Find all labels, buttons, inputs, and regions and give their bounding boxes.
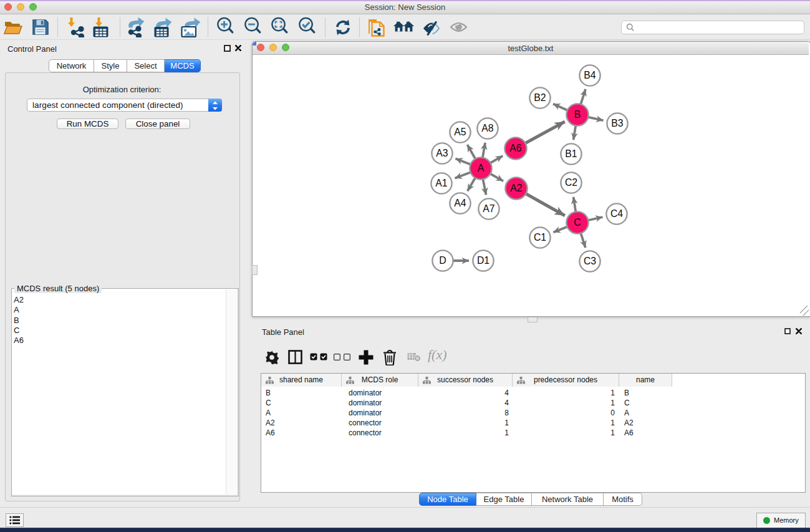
svg-text:B1: B1 [565, 148, 577, 159]
svg-text:C2: C2 [565, 177, 577, 188]
svg-text:A3: A3 [436, 148, 448, 158]
svg-text:A6: A6 [509, 143, 522, 153]
svg-text:B3: B3 [611, 118, 624, 128]
svg-text:D: D [439, 255, 446, 266]
svg-text:C1: C1 [534, 232, 546, 243]
svg-text:B: B [574, 109, 581, 120]
svg-text:A1: A1 [435, 178, 448, 188]
svg-text:C: C [574, 217, 581, 228]
svg-text:A2: A2 [510, 183, 522, 193]
svg-text:C4: C4 [610, 208, 623, 219]
svg-text:C3: C3 [584, 256, 596, 266]
svg-text:A8: A8 [481, 123, 494, 133]
svg-text:D1: D1 [477, 255, 489, 266]
svg-text:B2: B2 [534, 92, 546, 103]
svg-text:A7: A7 [483, 203, 494, 214]
svg-text:B4: B4 [584, 70, 596, 80]
svg-text:A5: A5 [454, 127, 466, 137]
svg-text:A4: A4 [454, 198, 466, 208]
svg-text:A: A [478, 163, 485, 173]
